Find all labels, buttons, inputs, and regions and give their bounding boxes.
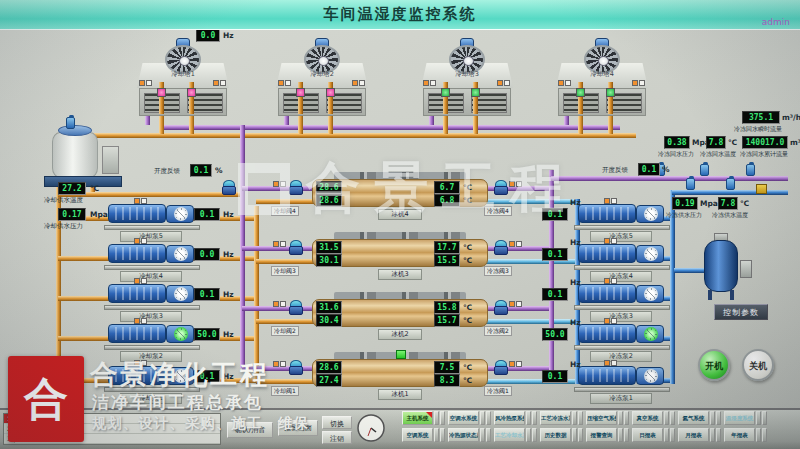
tower-label: 冷却塔3 — [421, 70, 513, 79]
nav-daily-report[interactable]: 日报表 — [632, 428, 663, 442]
cooling-tower-2[interactable]: 冷却塔2 — [276, 38, 368, 118]
nav-vacuum-system[interactable]: 真空系统 — [632, 411, 663, 425]
valve-indicator[interactable] — [471, 88, 480, 97]
tower-pipe — [189, 82, 194, 114]
pipe-segment — [160, 125, 620, 130]
nav-humidity-system[interactable]: 温湿度系统 — [724, 411, 755, 425]
nav-process-cooling-water[interactable]: 工艺冷却水系统 — [494, 428, 525, 442]
nav-row-1: 主机系统 空调水系统 风冷热泵系统 工艺冷冻水系统 压缩空气系统 真空系统 氮气… — [402, 411, 767, 425]
pump-motor-icon — [108, 284, 166, 303]
nav-monthly-report[interactable]: 月报表 — [678, 428, 709, 442]
chilled-valve-2-label: 冷冻阀2 — [484, 326, 512, 336]
tower-pipe — [159, 82, 164, 114]
cooling-tower-3[interactable]: 冷却塔3 — [421, 38, 513, 118]
pipe-segment — [58, 133, 636, 138]
unit-hz: Hz — [223, 329, 234, 340]
brand-logo-glyph: 合 — [24, 377, 68, 421]
cooling-valve-1[interactable] — [289, 360, 301, 375]
nav-indicator — [618, 428, 623, 442]
nav-history-data[interactable]: 历史数据 — [540, 428, 571, 442]
chilled-valve-3[interactable] — [494, 240, 506, 255]
cooling-pump-3[interactable]: 冷却泵3 — [104, 280, 200, 310]
pump-base — [574, 265, 670, 270]
cooling-valve-2[interactable] — [289, 300, 301, 315]
am-indicator — [278, 80, 291, 86]
valve-indicator[interactable] — [606, 88, 615, 97]
dosing-tank[interactable] — [52, 132, 98, 178]
nav-heatpump-system[interactable]: 风冷热泵系统 — [494, 411, 525, 425]
chilled-pump-2-hz: 50.0 — [542, 328, 568, 341]
cooling-valve-4[interactable] — [289, 180, 301, 195]
nav-indicator — [526, 411, 531, 425]
chilled-pump-3[interactable]: 冷冻泵3 — [574, 280, 670, 310]
pipe-segment — [254, 206, 259, 382]
valve-indicator[interactable] — [296, 88, 305, 97]
valve-indicator[interactable] — [187, 88, 196, 97]
pipe-segment — [58, 296, 110, 301]
nav-main-system[interactable]: 主机系统 — [402, 411, 433, 425]
valve-feedback-label: 开度反馈 — [602, 166, 628, 175]
chilled-return-flow-value: 375.1 — [742, 111, 780, 124]
cooling-tower-1[interactable]: 冷却塔1 — [137, 38, 229, 118]
nav-nitrogen-system[interactable]: 氮气系统 — [678, 411, 709, 425]
am-indicator — [213, 80, 226, 86]
cooling-valve-1-label: 冷却阀1 — [271, 386, 299, 396]
chilled-pump-3-hz: 0.1 — [542, 288, 568, 301]
cooling-pump-5[interactable]: 冷却泵5 — [104, 200, 200, 230]
unit-mpa: Mpa — [90, 209, 108, 220]
nav-alarm-query[interactable]: 报警查询 — [586, 428, 617, 442]
valve-indicator[interactable] — [441, 88, 450, 97]
nav-yearly-report[interactable]: 年报表 — [724, 428, 755, 442]
am-indicator — [604, 318, 617, 324]
valve-indicator[interactable] — [326, 88, 335, 97]
tower-pipe — [328, 82, 333, 114]
nav-process-chilled-water[interactable]: 工艺冷冻水系统 — [540, 411, 571, 425]
logout-button[interactable]: 注销 — [322, 431, 352, 444]
page-title: 车间温湿度监控系统 — [0, 5, 800, 24]
start-button[interactable]: 开机 — [698, 349, 730, 381]
unit-hz: Hz — [223, 249, 234, 260]
chiller3-chilled-in: 17.7 — [434, 241, 460, 254]
tank-leg — [730, 290, 734, 300]
am-indicator — [352, 80, 365, 86]
title-bar: 车间温湿度监控系统 admin — [0, 0, 800, 30]
chilled-pump-4[interactable]: 冷冻泵4 — [574, 240, 670, 270]
cooling-pump-4[interactable]: 冷却泵4 — [104, 240, 200, 270]
cooling-pump-2[interactable]: 冷却泵2 — [104, 320, 200, 350]
control-params-button[interactable]: 控制参数 — [714, 304, 768, 320]
chilled-valve-4[interactable] — [494, 180, 506, 195]
unit-c: ℃ — [463, 362, 472, 373]
manual-valve-icon[interactable] — [756, 184, 767, 194]
stop-button[interactable]: 关机 — [742, 349, 774, 381]
dosing-unit — [102, 146, 119, 174]
unit-c: ℃ — [463, 255, 472, 266]
chilled-pump-5[interactable]: 冷冻泵5 — [574, 200, 670, 230]
chilled-return-pressure-label: 冷冻回水压力 — [658, 150, 694, 159]
transmitter-icon — [700, 164, 709, 176]
unit-hz: Hz — [570, 197, 581, 208]
switch-button[interactable]: 切换 — [322, 416, 352, 429]
nav-ac-system[interactable]: 空调系统 — [402, 428, 433, 442]
chilled-pump-1[interactable]: 冷冻泵1 — [574, 362, 670, 392]
chilled-valve-2[interactable] — [494, 300, 506, 315]
cooling-tower-4[interactable]: 冷却塔4 — [556, 38, 648, 118]
nav-indicator — [762, 428, 767, 442]
chilled-pump-2[interactable]: 冷冻泵2 — [574, 320, 670, 350]
expansion-tank[interactable] — [704, 240, 738, 292]
am-indicator — [134, 278, 147, 284]
cooling-valve-3[interactable] — [289, 240, 301, 255]
chiller4-chilled-out: 6.8 — [434, 194, 460, 207]
nav-ac-water-system[interactable]: 空调水系统 — [448, 411, 479, 425]
nav-indicator — [434, 428, 439, 442]
valve-indicator[interactable] — [576, 88, 585, 97]
unit-pct: % — [662, 164, 670, 175]
chiller-label: 冰机3 — [378, 269, 422, 280]
nav-compressed-air[interactable]: 压缩空气系统 — [586, 411, 617, 425]
tower-pipe — [473, 82, 478, 114]
tower-vents — [423, 88, 511, 116]
control-valve[interactable] — [222, 180, 234, 195]
valve-indicator[interactable] — [157, 88, 166, 97]
pump-base — [574, 387, 670, 392]
chilled-valve-1[interactable] — [494, 360, 506, 375]
nav-source-overview[interactable]: 冷热源状态总览 — [448, 428, 479, 442]
